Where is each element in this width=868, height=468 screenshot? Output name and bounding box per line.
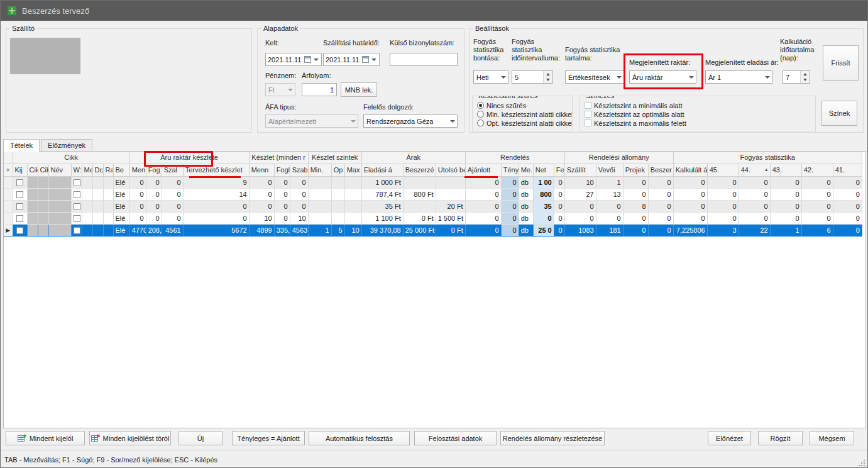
cell-kalk-row1[interactable]: 0	[673, 176, 707, 188]
cell-ind-row1[interactable]	[4, 176, 13, 188]
cell-dc-row1[interactable]	[92, 176, 103, 188]
frissit-button[interactable]: Frissít	[823, 45, 859, 81]
cell-terv-row5[interactable]: 5672	[183, 224, 249, 236]
cell-ajanlott-row2[interactable]: 0	[465, 188, 501, 200]
cell-men-row5[interactable]: 4770	[129, 224, 146, 236]
select-all-button[interactable]: Mindent kijelöl	[6, 431, 85, 445]
uj-button[interactable]: Új	[179, 431, 222, 445]
cell-ind-row3[interactable]	[4, 200, 13, 212]
cell-ind-row5[interactable]: ▶	[4, 224, 13, 236]
column-header-elad[interactable]: Eladási á	[361, 164, 403, 176]
checkbox-optimalis-alatt[interactable]: Készletszint az optimális alatt	[585, 110, 684, 118]
calendar-icon[interactable]	[362, 56, 369, 63]
cell-dc-row3[interactable]	[92, 200, 103, 212]
checkbox-kij-row1[interactable]	[16, 179, 23, 186]
cell-ra-row1[interactable]	[103, 176, 113, 188]
column-header-h41[interactable]: 41.	[833, 164, 862, 176]
felelos-combo[interactable]: Rendszergazda Géza	[363, 114, 458, 128]
cell-min-row1[interactable]	[308, 176, 331, 188]
cell-men-row2[interactable]: 0	[129, 188, 146, 200]
cell-h41-row2[interactable]: 0	[833, 188, 862, 200]
cell-min-row3[interactable]	[308, 200, 331, 212]
cell-ra-row2[interactable]	[103, 188, 113, 200]
szinek-button[interactable]: Színek	[821, 101, 857, 126]
felosztasi-adatok-button[interactable]: Felosztási adatok	[414, 431, 497, 445]
cell-szab-row3[interactable]: 0	[290, 200, 308, 212]
column-header-cik1[interactable]: Cik	[27, 164, 38, 176]
chevron-down-icon[interactable]	[686, 71, 696, 83]
cell-max-row4[interactable]	[344, 212, 361, 224]
column-header-besz[interactable]: Beszerzé	[403, 164, 436, 176]
column-header-me1[interactable]: Me	[82, 164, 92, 176]
column-header-men[interactable]: Men	[129, 164, 146, 176]
cell-ra-row4[interactable]	[103, 212, 113, 224]
cell-teny-row3[interactable]: 0	[501, 200, 519, 212]
cell-beszer-row5[interactable]: 0	[648, 224, 673, 236]
column-header-ind[interactable]: ✳	[4, 164, 13, 176]
cell-op-row3[interactable]	[331, 200, 344, 212]
cell-fel-row3[interactable]: 0	[554, 200, 564, 212]
cell-h45-row1[interactable]: 0	[707, 176, 739, 188]
column-header-fogl[interactable]: Fogl	[274, 164, 290, 176]
column-header-szab[interactable]: Szab	[290, 164, 308, 176]
cell-ind-row4[interactable]	[4, 212, 13, 224]
column-header-kij[interactable]: Kij	[13, 164, 27, 176]
cell-projekt-row5[interactable]: 0	[623, 224, 648, 236]
cell-op-row2[interactable]	[331, 188, 344, 200]
cell-men-row3[interactable]: 0	[129, 200, 146, 212]
cell-utolso-row1[interactable]	[436, 176, 465, 188]
cell-h45-row3[interactable]: 0	[707, 200, 739, 212]
spinner-down-icon[interactable]	[801, 77, 810, 84]
cell-cik1-row1[interactable]	[27, 176, 38, 188]
cell-beszer-row1[interactable]: 0	[648, 176, 673, 188]
kalkulacio-spinner[interactable]: 7	[783, 70, 810, 84]
cell-terv-row1[interactable]: 9	[183, 176, 249, 188]
intervallum-spinner[interactable]: 5	[512, 70, 553, 84]
cell-ra-row5[interactable]	[103, 224, 113, 236]
cell-net-row4[interactable]: 0	[533, 212, 554, 224]
tab-elozmenyek[interactable]: Előzmények	[41, 139, 92, 151]
column-header-me2[interactable]: Me.	[519, 164, 533, 176]
chevron-down-icon[interactable]	[614, 71, 624, 83]
grid-row-5[interactable]: ▶Elé4770208,456156724899335,4563151039 3…	[4, 224, 862, 236]
cell-elad-row5[interactable]: 39 370,08	[361, 224, 403, 236]
column-header-ra[interactable]: Ra	[103, 164, 113, 176]
cell-h41-row1[interactable]: 0	[833, 176, 862, 188]
rogzit-button[interactable]: Rögzít	[758, 431, 803, 445]
cell-fel-row5[interactable]: 0	[554, 224, 564, 236]
cell-cik2-row5[interactable]	[38, 224, 48, 236]
cell-cik2-row4[interactable]	[38, 212, 48, 224]
cell-terv-row4[interactable]: 0	[183, 212, 249, 224]
cell-h44-row2[interactable]: 0	[739, 188, 770, 200]
cell-ajanlott-row4[interactable]: 0	[465, 212, 501, 224]
column-header-beszer[interactable]: Beszer	[648, 164, 673, 176]
cell-ajanlott-row1[interactable]: 0	[465, 176, 501, 188]
cell-elad-row2[interactable]: 787,4 Ft	[361, 188, 403, 200]
cell-net-row1[interactable]: 1 00	[533, 176, 554, 188]
cell-h44-row5[interactable]: 22	[739, 224, 770, 236]
column-header-szallito[interactable]: Szállít	[564, 164, 596, 176]
column-header-max[interactable]: Max	[344, 164, 361, 176]
cell-op-row1[interactable]	[331, 176, 344, 188]
cell-menn-row3[interactable]: 0	[249, 200, 274, 212]
cell-cik1-row4[interactable]	[27, 212, 38, 224]
tartalom-combo[interactable]: Értékesítések	[565, 70, 624, 84]
cell-h42-row3[interactable]: 0	[801, 200, 833, 212]
cell-besz-row5[interactable]: 25 000 Ft	[403, 224, 436, 236]
cell-menn-row1[interactable]: 0	[249, 176, 274, 188]
cell-fog-row5[interactable]: 208,	[146, 224, 162, 236]
cell-me2-row5[interactable]: db	[519, 224, 533, 236]
column-header-dc[interactable]: Dc	[92, 164, 103, 176]
column-header-fog[interactable]: Fog	[146, 164, 162, 176]
cell-fog-row3[interactable]: 0	[146, 200, 162, 212]
cell-cik1-row2[interactable]	[27, 188, 38, 200]
cell-min-row5[interactable]: 1	[308, 224, 331, 236]
chevron-down-icon[interactable]	[371, 58, 377, 61]
cell-dc-row4[interactable]	[92, 212, 103, 224]
elonezet-button[interactable]: Előnézet	[708, 431, 751, 445]
cell-h43-row1[interactable]: 0	[770, 176, 801, 188]
cell-vevoi-row4[interactable]: 0	[596, 212, 623, 224]
cell-me2-row4[interactable]: db	[519, 212, 533, 224]
cell-vevoi-row1[interactable]: 1	[596, 176, 623, 188]
cell-menn-row5[interactable]: 4899	[249, 224, 274, 236]
